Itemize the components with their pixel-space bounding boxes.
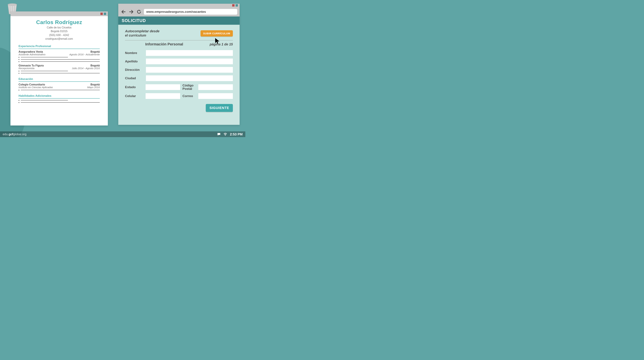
resume-section-experience: Experiencia Profesional xyxy=(18,45,100,49)
maximize-icon[interactable] xyxy=(236,4,238,6)
resume-document-window: Carlos Rodríguez Calle de los Ciruelos B… xyxy=(10,11,108,126)
label-correo: Correo xyxy=(182,94,196,98)
taskbar: edu.gcfglobal.org 2:53 PM xyxy=(0,131,245,137)
url-text: www.empresadeseguros.com/vacantes xyxy=(146,10,206,14)
resume-bullet-list xyxy=(18,71,100,74)
form-banner: SOLICITUD xyxy=(118,16,240,25)
field-estado-codigo: Estado Código Postal xyxy=(125,84,233,91)
resume-job-subrow: Asistente Administrativo Agosto 2016 - A… xyxy=(18,53,100,56)
form-page-indicator: página 1 de 15 xyxy=(210,42,233,46)
close-icon[interactable] xyxy=(100,13,103,15)
cursor-icon xyxy=(214,37,221,45)
input-celular[interactable] xyxy=(146,93,180,99)
label-estado: Estado xyxy=(125,85,143,89)
taskbar-right: 2:53 PM xyxy=(217,132,243,136)
label-codigo-postal: Código Postal xyxy=(182,84,196,91)
resume-name: Carlos Rodríguez xyxy=(18,19,100,25)
browser-window: www.empresadeseguros.com/vacantes SOLICI… xyxy=(118,4,240,125)
clock: 2:53 PM xyxy=(230,132,243,136)
window-titlebar xyxy=(118,4,240,7)
window-titlebar xyxy=(10,11,108,16)
resume-section-education: Educación xyxy=(18,77,100,82)
field-nombre: Nombre xyxy=(125,50,233,56)
upload-resume-button[interactable]: SUBIR CURRÍCULUM xyxy=(200,30,233,36)
input-nombre[interactable] xyxy=(146,50,233,56)
resume-job-subrow: Recepcionista Julio 2014 - Agosto 2016 xyxy=(18,67,100,70)
input-estado[interactable] xyxy=(146,84,180,90)
forward-icon[interactable] xyxy=(128,9,134,15)
input-codigo-postal[interactable] xyxy=(198,84,233,90)
browser-page: SOLICITUD Autocompletar desde el currícu… xyxy=(118,16,240,125)
label-celular: Celular xyxy=(125,94,143,98)
resume-edu-subrow: Instituto en Ciencias Aplicadas Mayo 201… xyxy=(18,86,100,89)
resume-bullet-list xyxy=(18,57,100,62)
next-button[interactable]: SIGUIENTE xyxy=(206,104,233,112)
form-section-title: Información Personal xyxy=(145,42,183,46)
taskbar-url: edu.gcfglobal.org xyxy=(3,133,26,136)
label-direccion: Dirección xyxy=(125,68,143,72)
reload-icon[interactable] xyxy=(136,9,142,15)
svg-point-0 xyxy=(8,4,16,6)
label-apellido: Apellido xyxy=(125,60,143,63)
resume-contact: Calle de los Ciruelos Bogotá 01015 (555)… xyxy=(18,26,100,41)
field-direccion: Dirección xyxy=(125,67,233,73)
url-bar[interactable]: www.empresadeseguros.com/vacantes xyxy=(144,9,237,15)
input-correo[interactable] xyxy=(198,93,233,99)
label-nombre: Nombre xyxy=(125,51,143,55)
input-ciudad[interactable] xyxy=(146,75,233,81)
wifi-icon[interactable] xyxy=(224,132,227,136)
label-ciudad: Ciudad xyxy=(125,76,143,80)
chat-icon[interactable] xyxy=(217,132,221,136)
svg-point-4 xyxy=(225,135,226,136)
back-icon[interactable] xyxy=(121,9,126,15)
close-icon[interactable] xyxy=(232,4,234,6)
resume-bullet-list xyxy=(18,100,100,103)
maximize-icon[interactable] xyxy=(104,13,106,15)
autocomplete-text: Autocompletar desde el currículum xyxy=(125,29,160,37)
input-apellido[interactable] xyxy=(146,58,233,64)
browser-toolbar: www.empresadeseguros.com/vacantes xyxy=(118,7,240,16)
field-celular-correo: Celular Correo xyxy=(125,93,233,99)
resume-section-skills: Habilidades Adicionales xyxy=(18,94,100,99)
resume-bullet-list xyxy=(18,90,100,91)
field-ciudad: Ciudad xyxy=(125,75,233,81)
form-top-section: Autocompletar desde el currículum SUBIR … xyxy=(125,29,233,40)
field-apellido: Apellido xyxy=(125,58,233,64)
input-direccion[interactable] xyxy=(146,67,233,73)
